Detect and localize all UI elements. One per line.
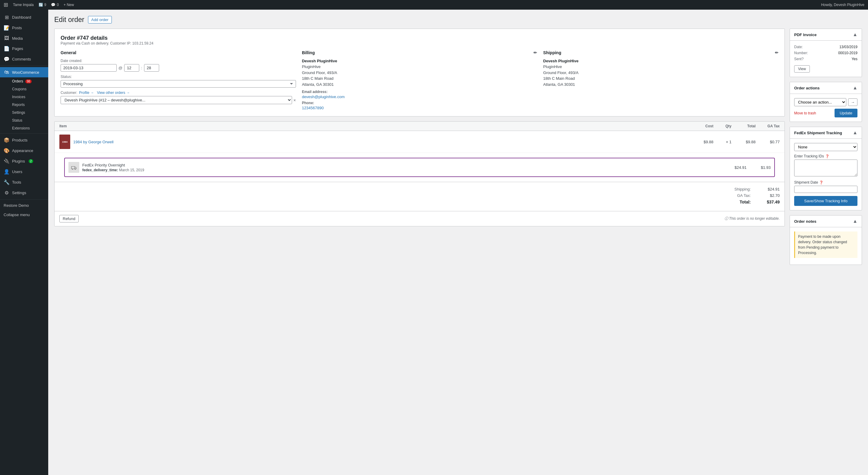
order-notes-widget: Order notes ▲ Payment to be made upon de…: [789, 215, 862, 265]
sidebar-item-settings[interactable]: Settings: [0, 109, 48, 116]
wp-logo-icon[interactable]: ⊞: [4, 1, 8, 8]
sidebar-item-restore[interactable]: Restore Demo: [0, 201, 48, 210]
shipping-meta: fedex_delivery_time: March 15, 2019: [82, 168, 144, 172]
order-details-box: Order #747 details Payment via Cash on d…: [54, 29, 785, 116]
sidebar-item-settings2[interactable]: ⚙ Settings: [0, 188, 48, 198]
email-section-label: Email address:: [302, 90, 537, 94]
bottom-bar: Refund ⓘ This order is no longer editabl…: [55, 211, 784, 226]
shipping-address2: 18th C Main Road: [543, 75, 778, 81]
sidebar-item-orders[interactable]: Orders 98: [0, 77, 48, 85]
col-cost: Cost: [689, 124, 713, 128]
dashboard-label: Dashboard: [12, 15, 31, 20]
pdf-view-button[interactable]: View: [794, 65, 810, 72]
sidebar-item-woocommerce[interactable]: 🛍 WooCommerce: [0, 67, 48, 77]
sidebar-item-dashboard[interactable]: ⊞ Dashboard: [0, 12, 48, 23]
item-link[interactable]: 1984 by George Orwell: [73, 140, 114, 144]
sidebar-collapse[interactable]: Collapse menu: [0, 210, 48, 219]
order-notes-header[interactable]: Order notes ▲: [790, 215, 862, 227]
view-orders-link[interactable]: View other orders →: [97, 91, 130, 95]
sidebar-item-reports[interactable]: Reports: [0, 101, 48, 109]
sidebar-item-appearance[interactable]: 🎨 Appearance: [0, 145, 48, 156]
order-actions-footer: Move to trash Update: [794, 109, 858, 117]
time-hour-input[interactable]: [124, 64, 139, 72]
sidebar-item-status[interactable]: Status: [0, 116, 48, 124]
tracking-ids-help-icon[interactable]: ❓: [825, 155, 830, 158]
pdf-date-row: Date: 13/03/2019: [794, 45, 858, 49]
time-min-input[interactable]: [144, 64, 159, 72]
media-label: Media: [12, 36, 23, 41]
plugins-label: Plugins: [12, 159, 25, 164]
items-table: Item Cost Qty Total GA Tax 1984: [54, 121, 785, 226]
sidebar-item-comments[interactable]: 💬 Comments: [0, 54, 48, 64]
shipping-edit-icon[interactable]: ✏: [775, 50, 778, 55]
date-input[interactable]: [61, 64, 117, 72]
posts-label: Posts: [12, 26, 22, 30]
settings-icon: ⚙: [4, 190, 10, 196]
shipping-meta-key: fedex_delivery_time:: [82, 168, 118, 172]
users-label: Users: [12, 169, 22, 174]
remove-customer-icon[interactable]: ×: [293, 98, 296, 103]
woocommerce-label: WooCommerce: [12, 70, 39, 75]
billing-company: PluginHive: [302, 64, 537, 70]
pdf-invoice-toggle-icon: ▲: [852, 32, 858, 37]
tracking-type-select[interactable]: None: [794, 143, 858, 151]
sidebar-item-users[interactable]: 👤 Users: [0, 166, 48, 177]
pdf-sent-row: Sent? Yes: [794, 57, 858, 61]
sidebar-item-extensions[interactable]: Extensions: [0, 124, 48, 132]
phone-section-label: Phone:: [302, 101, 537, 105]
status-field: Processing Pending payment Completed Can…: [61, 80, 296, 88]
billing-phone[interactable]: 1234567890: [302, 106, 324, 110]
shipment-date-help-icon[interactable]: ❓: [819, 181, 824, 184]
sidebar-item-plugins[interactable]: 🔌 Plugins 2: [0, 156, 48, 166]
action-select-row: Choose an action... →: [794, 98, 858, 106]
billing-edit-icon[interactable]: ✏: [533, 50, 537, 55]
shipping-method-icon: [68, 162, 79, 173]
dashboard-icon: ⊞: [4, 14, 10, 20]
admin-sidebar: ⊞ Dashboard 📝 Posts 🖼 Media 📄 Pages 💬 Co…: [0, 10, 48, 475]
appearance-icon: 🎨: [4, 148, 10, 154]
sidebar-item-posts[interactable]: 📝 Posts: [0, 23, 48, 33]
orders-label: Orders: [12, 79, 23, 83]
products-icon: 📦: [4, 137, 10, 143]
site-name[interactable]: Tame Impala: [13, 3, 34, 7]
comments-icon[interactable]: 💬 0: [51, 3, 59, 7]
customer-links: Profile → View other orders →: [79, 91, 130, 95]
fedex-tracking-header[interactable]: FedEx Shipment Tracking ▲: [790, 127, 862, 139]
update-button[interactable]: Update: [835, 109, 858, 117]
order-note-item: Payment to be made upon delivery. Order …: [794, 232, 858, 258]
refund-button[interactable]: Refund: [59, 215, 79, 223]
svg-point-1: [72, 169, 73, 170]
col-qty: Qty: [713, 124, 732, 128]
sidebar-item-tools[interactable]: 🔧 Tools: [0, 177, 48, 188]
sidebar-item-coupons[interactable]: Coupons: [0, 85, 48, 93]
item-info: 1984 1984 by George Orwell: [59, 135, 689, 149]
pdf-number-value: 00010-2019: [838, 51, 858, 55]
profile-link[interactable]: Profile →: [79, 91, 94, 95]
order-actions-header[interactable]: Order actions ▲: [790, 82, 862, 94]
shipment-date-input[interactable]: [794, 186, 858, 193]
tracking-ids-textarea[interactable]: [794, 160, 858, 176]
main-content: Edit order Add order Order #747 details …: [48, 10, 868, 475]
sidebar-item-pages[interactable]: 📄 Pages: [0, 43, 48, 54]
updates-icon[interactable]: 🔄 9: [38, 3, 46, 7]
move-to-trash-link[interactable]: Move to trash: [794, 111, 816, 115]
col-item: Item: [59, 124, 689, 128]
action-arrow-button[interactable]: →: [848, 98, 858, 106]
sidebar-item-invoices[interactable]: Invoices: [0, 93, 48, 101]
save-tracking-button[interactable]: Save/Show Tracking Info: [794, 196, 858, 206]
status-select[interactable]: Processing Pending payment Completed Can…: [61, 80, 296, 88]
new-item[interactable]: + New: [64, 3, 74, 7]
menu-divider: [0, 66, 48, 66]
sidebar-item-products[interactable]: 📦 Products: [0, 135, 48, 145]
action-select[interactable]: Choose an action...: [794, 98, 846, 106]
items-table-header: Item Cost Qty Total GA Tax: [55, 122, 784, 131]
billing-email[interactable]: devesh@pluginhive.com: [302, 95, 345, 99]
customer-label-row: Customer: Profile → View other orders →: [61, 91, 296, 95]
tools-icon: 🔧: [4, 179, 10, 185]
customer-select[interactable]: Devesh PluginHive (#12 – devesh@plughive…: [61, 96, 292, 104]
pdf-number-label: Number:: [794, 51, 808, 55]
add-order-button[interactable]: Add order: [88, 16, 112, 24]
pdf-invoice-header[interactable]: PDF Invoice ▲: [790, 29, 862, 41]
sidebar-item-media[interactable]: 🖼 Media: [0, 33, 48, 43]
shipping-row-wrapper: FedEx Priority Overnight fedex_delivery_…: [55, 153, 784, 182]
